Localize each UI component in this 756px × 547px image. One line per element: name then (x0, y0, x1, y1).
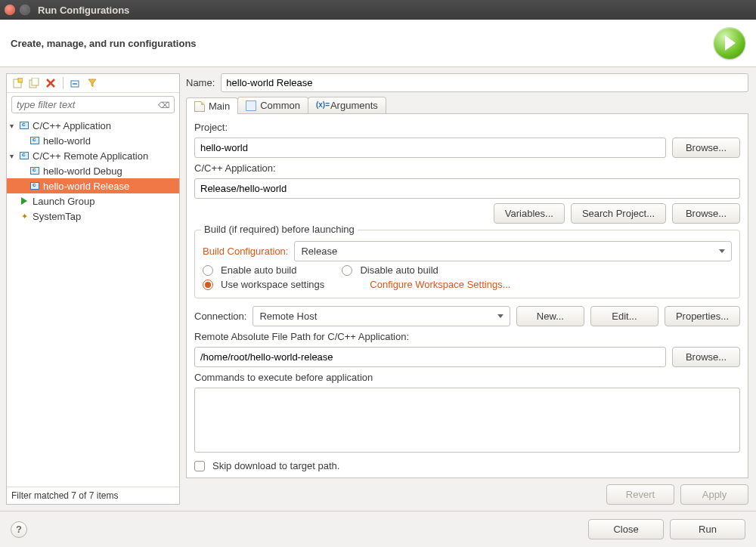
chevron-down-icon (719, 249, 725, 253)
right-pane: Name: MainCommon(x)=Arguments Project: B… (184, 73, 750, 505)
tree-item-label: Launch Group (33, 196, 94, 207)
connection-new-button[interactable]: New... (516, 306, 584, 326)
apply-bar: Revert Apply (184, 478, 750, 505)
name-input[interactable] (221, 73, 748, 92)
name-label: Name: (186, 77, 215, 88)
filter-status: Filter matched 7 of 7 items (7, 487, 179, 504)
tree-item[interactable]: ▾C/C++ Application (7, 118, 179, 133)
enable-auto-build-radio[interactable]: Enable auto build (203, 264, 296, 276)
titlebar: Run Configurations (0, 0, 756, 20)
tree-item[interactable]: hello-world Release (7, 178, 179, 193)
configure-workspace-link[interactable]: Configure Workspace Settings... (370, 279, 510, 290)
window-minimize-icon[interactable] (20, 5, 30, 15)
svg-rect-3 (32, 78, 39, 85)
revert-button[interactable]: Revert (606, 484, 674, 505)
apply-button[interactable]: Apply (680, 484, 748, 505)
tab-common[interactable]: Common (237, 97, 308, 113)
filter-wrap: ⌫ (7, 93, 179, 116)
build-config-combo[interactable]: Release (294, 241, 732, 261)
dialog-title: Create, manage, and run configurations (11, 38, 197, 49)
tab-arguments[interactable]: (x)=Arguments (308, 97, 386, 113)
tree-item-label: C/C++ Application (33, 120, 111, 131)
common-icon (246, 100, 256, 111)
tab-label: Common (260, 100, 300, 111)
filter-input[interactable] (11, 96, 175, 113)
c-app-icon (29, 165, 40, 176)
tree-item-label: SystemTap (33, 211, 81, 222)
run-hero-icon (714, 27, 745, 59)
document-icon (194, 101, 205, 112)
launch-group-icon (19, 196, 29, 206)
project-browse-button[interactable]: Browse... (672, 138, 740, 158)
pre-commands-label: Commands to execute before application (194, 372, 740, 383)
connection-label: Connection: (194, 311, 246, 322)
search-project-button[interactable]: Search Project... (571, 203, 666, 224)
c-app-icon (29, 181, 40, 191)
left-pane: ⌫ ▾C/C++ Applicationhello-world▾C/C++ Re… (6, 73, 180, 505)
toolbar-separator (63, 77, 64, 89)
c-app-icon (19, 150, 29, 161)
close-button[interactable]: Close (588, 519, 664, 539)
name-row: Name: (184, 73, 750, 97)
svg-rect-1 (18, 78, 23, 82)
remote-path-input[interactable] (194, 347, 666, 367)
new-config-icon[interactable] (11, 77, 23, 89)
tabbar: MainCommon(x)=Arguments (186, 97, 748, 114)
tree-item[interactable]: hello-world Debug (7, 163, 179, 178)
dialog-body: ⌫ ▾C/C++ Applicationhello-world▾C/C++ Re… (0, 67, 756, 511)
tab-label: Arguments (330, 100, 378, 111)
tree-item[interactable]: ✦SystemTap (7, 209, 179, 224)
collapse-all-icon[interactable] (70, 77, 82, 89)
window-title: Run Configurations (38, 5, 129, 16)
connection-value: Remote Host (259, 311, 317, 322)
filter-launch-icon[interactable] (86, 77, 98, 89)
dialog-header: Create, manage, and run configurations (0, 20, 756, 67)
build-group: Build (if required) before launching Bui… (194, 230, 740, 298)
tab-main[interactable]: Main (186, 97, 238, 114)
tree-item-label: hello-world Debug (43, 165, 122, 177)
run-button[interactable]: Run (670, 519, 745, 539)
delete-config-icon[interactable] (45, 77, 57, 89)
app-browse-button[interactable]: Browse... (672, 203, 740, 224)
project-input[interactable] (194, 138, 666, 158)
chevron-down-icon (497, 314, 503, 318)
tab-main: Project: Browse... C/C++ Application: Va… (186, 114, 748, 478)
app-label: C/C++ Application: (194, 162, 740, 174)
window-close-icon[interactable] (5, 5, 15, 15)
project-label: Project: (194, 122, 740, 133)
pre-commands-input[interactable] (194, 388, 740, 453)
duplicate-config-icon[interactable] (28, 77, 40, 89)
twisty-icon: ▾ (10, 152, 17, 160)
build-config-label: Build Configuration: (203, 246, 288, 257)
help-icon[interactable]: ? (11, 521, 27, 538)
tab-label: Main (209, 100, 230, 112)
left-toolbar (7, 74, 179, 93)
variables-button[interactable]: Variables... (494, 203, 565, 224)
remote-path-browse-button[interactable]: Browse... (672, 347, 740, 367)
tree-item-label: C/C++ Remote Application (33, 150, 148, 162)
filter-clear-icon[interactable]: ⌫ (158, 100, 167, 110)
dialog-footer: ? Close Run (0, 511, 756, 547)
connection-combo[interactable]: Remote Host (253, 306, 510, 326)
tree-item-label: hello-world Release (43, 181, 129, 192)
skip-download-check[interactable]: Skip download to target path. (194, 460, 740, 471)
connection-edit-button[interactable]: Edit... (590, 306, 658, 326)
tree-item[interactable]: hello-world (7, 133, 179, 148)
systemtap-icon: ✦ (19, 211, 29, 221)
build-config-value: Release (301, 246, 337, 257)
tree-item-label: hello-world (43, 135, 91, 147)
arguments-icon: (x)= (316, 100, 327, 111)
disable-auto-build-radio[interactable]: Disable auto build (342, 264, 438, 276)
twisty-icon: ▾ (10, 122, 17, 130)
tree-item[interactable]: Launch Group (7, 193, 179, 209)
use-workspace-radio[interactable]: Use workspace settings (203, 279, 324, 290)
config-tree[interactable]: ▾C/C++ Applicationhello-world▾C/C++ Remo… (7, 116, 179, 487)
tree-item[interactable]: ▾C/C++ Remote Application (7, 148, 179, 163)
remote-path-label: Remote Absolute File Path for C/C++ Appl… (194, 331, 740, 342)
app-input[interactable] (194, 178, 740, 199)
c-app-icon (29, 135, 40, 146)
build-group-label: Build (if required) before launching (201, 224, 358, 235)
connection-properties-button[interactable]: Properties... (665, 306, 740, 326)
c-app-icon (19, 120, 29, 131)
